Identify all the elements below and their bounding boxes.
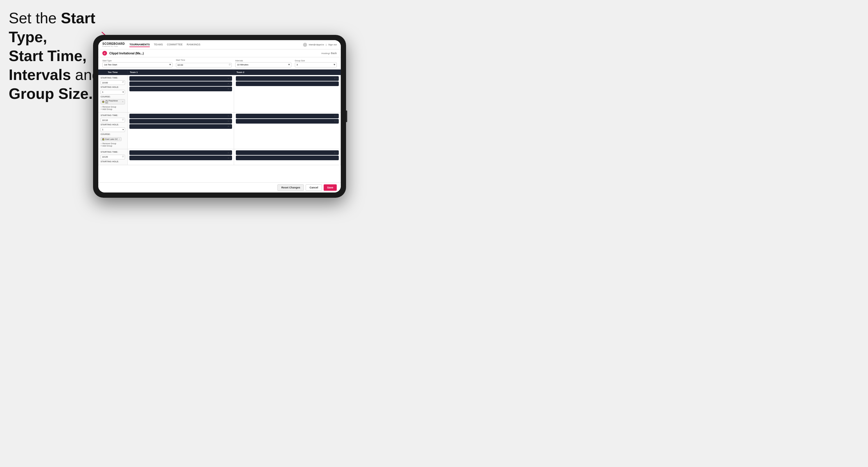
- remove-course-2[interactable]: ×: [119, 138, 120, 141]
- add-icon-2: +: [101, 145, 102, 147]
- slot-search-4-2[interactable]: ○: [336, 120, 338, 122]
- add-group-btn-1[interactable]: + Add Group: [101, 108, 125, 110]
- start-time-field: Start Time ⏱: [176, 59, 232, 67]
- nav-teams[interactable]: TEAMS: [154, 42, 163, 47]
- clock-icon: ⏱: [228, 63, 231, 66]
- slot-remove-3-2[interactable]: ×: [228, 120, 229, 122]
- golf-icon-2: ⛳: [102, 138, 104, 141]
- user-avatar: [303, 43, 307, 47]
- slot-remove-4-2[interactable]: ×: [334, 120, 336, 122]
- player-slot-6-1: × ○: [236, 150, 339, 155]
- nav-links: TOURNAMENTS TEAMS COMMITTEE RANKINGS: [129, 42, 303, 47]
- course-label-2: COURSE:: [101, 133, 125, 135]
- course-name-1: (A) Peachtree GC: [105, 100, 121, 104]
- starting-time-input-3[interactable]: [101, 155, 125, 159]
- remove-icon-1: ○: [101, 106, 102, 108]
- nav-tournaments[interactable]: TOURNAMENTS: [129, 42, 150, 47]
- clock-icon-3: ⏱: [122, 155, 124, 158]
- team2-cell-3: × ○: [234, 149, 341, 165]
- player-slot-4-1: × ○: [236, 114, 339, 118]
- starting-hole-label-2: STARTING HOLE:: [101, 124, 125, 126]
- back-button[interactable]: ‹ Back: [329, 52, 337, 55]
- slot-remove-1-1[interactable]: ×: [228, 77, 229, 80]
- slot-remove-6-1[interactable]: ×: [334, 152, 336, 154]
- slot-remove-1-2[interactable]: ×: [228, 83, 229, 85]
- slot-search-6-1[interactable]: ○: [336, 152, 338, 154]
- slot-remove-5-2[interactable]: ×: [228, 157, 229, 159]
- col-tee-time: Tee Time: [98, 69, 127, 75]
- reset-changes-button[interactable]: Reset Changes: [277, 184, 304, 191]
- add-icon-1: +: [101, 108, 102, 110]
- subheader: C Clippd Invitational (Ma...) Hosting ‹ …: [98, 50, 341, 57]
- slot-search-1-1[interactable]: ○: [230, 77, 231, 80]
- starting-time-input-1[interactable]: [101, 80, 125, 85]
- player-slot-1-2: × ○: [129, 82, 232, 86]
- save-button[interactable]: Save: [323, 184, 337, 191]
- tablet-screen: SCOREBOARD Powered by clipp TOURNAMENTS …: [98, 40, 341, 192]
- slot-search-5-2[interactable]: ○: [230, 157, 231, 159]
- slot-remove-4-1[interactable]: ×: [334, 115, 336, 117]
- player-slot-4-2: × ○: [236, 119, 339, 124]
- sign-out-link[interactable]: Sign out: [328, 43, 337, 46]
- tee-schedule-table: Tee Time Team 1 Team 2 STARTING TIME: ⏱: [98, 69, 341, 183]
- group-size-select[interactable]: 1 2 3 4: [295, 62, 337, 67]
- remove-group-btn-2[interactable]: ○ Remove Group: [101, 143, 125, 145]
- user-email: blair@clippd.io: [309, 43, 324, 46]
- nav-committee[interactable]: COMMITTEE: [167, 42, 183, 47]
- slot-remove-3-3[interactable]: ×: [228, 125, 229, 127]
- player-slot-3-3: × ○: [129, 124, 232, 129]
- start-time-input[interactable]: [176, 63, 232, 67]
- slot-search-1-3[interactable]: ○: [230, 88, 231, 90]
- player-slot-2-1: × ○: [236, 76, 339, 81]
- start-type-label: Start Type: [102, 60, 173, 62]
- slot-search-2-1[interactable]: ○: [336, 77, 338, 80]
- remove-course-1[interactable]: ×: [122, 100, 124, 103]
- slot-search-3-2[interactable]: ○: [230, 120, 231, 122]
- nav-user-area: blair@clippd.io | Sign out: [303, 43, 337, 47]
- tee-group-1: STARTING TIME: ⏱ STARTING HOLE: 1 10: [98, 75, 341, 113]
- start-type-select[interactable]: 1st Tee Start Shotgun Start Split Tee: [102, 62, 173, 67]
- start-type-field: Start Type 1st Tee Start Shotgun Start S…: [102, 60, 173, 67]
- slot-remove-3-1[interactable]: ×: [228, 115, 229, 117]
- col-team1: Team 1: [127, 69, 234, 75]
- col-team2: Team 2: [234, 69, 341, 75]
- remove-group-btn-1[interactable]: ○ Remove Group: [101, 106, 125, 108]
- cancel-button[interactable]: Cancel: [306, 184, 322, 191]
- slot-search-4-1[interactable]: ○: [336, 115, 338, 117]
- settings-row: Start Type 1st Tee Start Shotgun Start S…: [98, 57, 341, 69]
- slot-search-1-2[interactable]: ○: [230, 83, 231, 85]
- intervals-label: Intervals: [235, 60, 291, 62]
- starting-hole-select-2[interactable]: 1 10: [101, 127, 125, 132]
- group-actions-2: ○ Remove Group + Add Group: [101, 143, 125, 147]
- start-time-label: Start Time: [176, 59, 232, 61]
- course-tag-1: ⛳ (A) Peachtree GC ×: [101, 99, 125, 104]
- group-actions-1: ○ Remove Group + Add Group: [101, 106, 125, 110]
- action-bar: Reset Changes Cancel Save: [98, 182, 341, 192]
- remove-icon-2: ○: [101, 143, 102, 145]
- team2-cell-2: × ○ × ○: [234, 112, 341, 149]
- slot-remove-5-1[interactable]: ×: [228, 152, 229, 154]
- course-tag-2: ⛳ East Lake GC ×: [101, 137, 122, 141]
- tee-group-3: STARTING TIME: ⏱ STARTING HOLE: ×: [98, 149, 341, 165]
- slot-search-3-1[interactable]: ○: [230, 115, 231, 117]
- group-size-field: Group Size 1 2 3 4: [295, 60, 337, 67]
- starting-time-label-2: STARTING TIME:: [101, 114, 125, 116]
- player-slot-3-1: × ○: [129, 114, 232, 118]
- player-slot-5-1: × ○: [129, 150, 232, 155]
- slot-remove-2-1[interactable]: ×: [334, 77, 336, 80]
- team1-cell-1: × ○ × ○: [127, 75, 234, 113]
- nav-rankings[interactable]: RANKINGS: [187, 42, 200, 47]
- slot-search-3-3[interactable]: ○: [230, 125, 231, 127]
- tablet-side-button[interactable]: [346, 111, 347, 122]
- add-group-btn-2[interactable]: + Add Group: [101, 145, 125, 147]
- team1-cell-2: × ○ × ○: [127, 112, 234, 149]
- clock-icon-2: ⏱: [122, 118, 124, 121]
- starting-time-input-2[interactable]: [101, 118, 125, 122]
- slot-remove-1-3[interactable]: ×: [228, 88, 229, 90]
- slot-search-5-1[interactable]: ○: [230, 152, 231, 154]
- intervals-select[interactable]: 5 Minutes 10 Minutes 15 Minutes 20 Minut…: [235, 62, 291, 67]
- starting-hole-select-1[interactable]: 1 10: [101, 90, 125, 94]
- golf-icon-1: ⛳: [102, 101, 104, 103]
- player-slot-1-1: × ○: [129, 76, 232, 81]
- player-slot-5-2: × ○: [129, 156, 232, 160]
